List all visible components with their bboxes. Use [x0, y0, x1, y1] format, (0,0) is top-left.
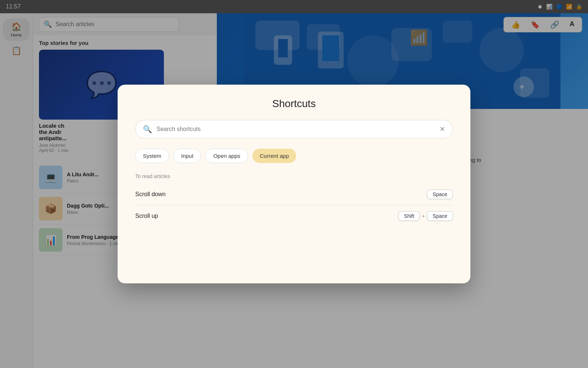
shortcut-scroll-up: Scroll up Shift + Space	[135, 205, 453, 227]
modal-search-input[interactable]	[157, 126, 440, 132]
tab-input[interactable]: Input	[173, 149, 201, 163]
shortcuts-modal: Shortcuts 🔍 ✕ System Input Open apps Cur…	[118, 85, 470, 283]
key-shift: Shift	[398, 211, 420, 221]
overlay[interactable]: Shortcuts 🔍 ✕ System Input Open apps Cur…	[0, 0, 588, 368]
shortcut-section-read-articles: To read articles Scroll down Space Scrol…	[135, 173, 453, 227]
shortcut-scroll-up-label: Scroll up	[135, 213, 158, 219]
modal-search-icon: 🔍	[143, 125, 152, 134]
tab-open-apps[interactable]: Open apps	[205, 149, 248, 163]
filter-tabs: System Input Open apps Current app	[135, 149, 453, 163]
modal-title: Shortcuts	[135, 98, 453, 110]
shortcut-scroll-down-keys: Space	[427, 190, 453, 199]
tab-system[interactable]: System	[135, 149, 169, 163]
modal-search-bar[interactable]: 🔍 ✕	[135, 120, 453, 138]
tab-current-app[interactable]: Current app	[252, 149, 296, 163]
section-title-read-articles: To read articles	[135, 173, 453, 179]
clear-search-button[interactable]: ✕	[440, 125, 445, 133]
shortcut-scroll-up-keys: Shift + Space	[398, 211, 453, 221]
key-space-2: Space	[427, 211, 453, 221]
shortcut-scroll-down-label: Scroll down	[135, 191, 166, 198]
key-plus-symbol: +	[422, 213, 425, 219]
key-space: Space	[427, 190, 453, 199]
shortcut-scroll-down: Scroll down Space	[135, 184, 453, 205]
